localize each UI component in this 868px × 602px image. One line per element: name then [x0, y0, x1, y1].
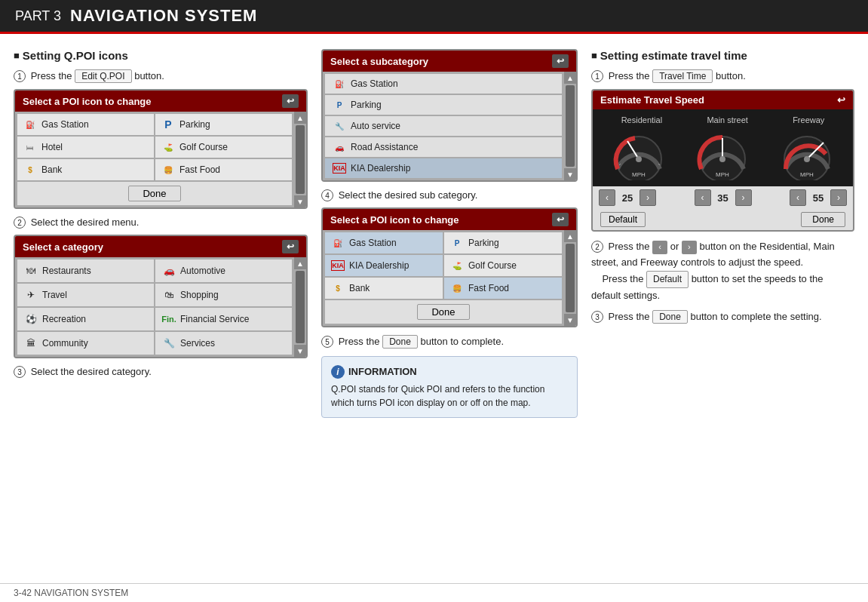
subcategory-list: ⛽ Gas Station P Parking 🔧 Auto service	[323, 72, 564, 180]
poi-hotel[interactable]: 🛏 Hotel	[17, 137, 154, 158]
subcat-scroll-down[interactable]: ▼	[564, 168, 576, 180]
travel-done-row: Default Done	[593, 209, 853, 230]
cat-shopping[interactable]: 🛍 Shopping	[155, 284, 292, 306]
scroll-down-btn[interactable]: ▼	[294, 195, 306, 207]
subcat-kia[interactable]: KIA KIA Dealership	[325, 158, 562, 178]
info-title: i INFORMATION	[331, 364, 568, 379]
poi-parking[interactable]: P Parking	[155, 114, 292, 135]
cat-scroll-up[interactable]: ▲	[294, 257, 306, 269]
poi2-gas[interactable]: ⛽ Gas Station	[325, 232, 443, 253]
subcat-autoservice[interactable]: 🔧 Auto service	[325, 116, 562, 136]
poi-hotel-label: Hotel	[41, 142, 63, 152]
poi2-fastfood[interactable]: 🍔 Fast Food	[444, 278, 562, 299]
done-inline-btn[interactable]: Done	[382, 335, 418, 349]
cat-shopping-label: Shopping	[180, 290, 219, 300]
gauge-mainstreet: MPH	[692, 127, 753, 180]
poi-panel-2-title: Select a POI icon to change	[330, 214, 459, 226]
residential-increase[interactable]: ›	[639, 189, 656, 206]
poi-panel-2-header: Select a POI icon to change ↩	[323, 209, 576, 230]
freeway-ctrl: ‹ 55 ›	[790, 189, 847, 206]
mainstreet-increase[interactable]: ›	[735, 189, 752, 206]
default-inline-btn[interactable]: Default	[646, 271, 689, 288]
hotel-icon: 🛏	[23, 142, 37, 152]
poi2-scroll-up[interactable]: ▲	[564, 230, 576, 242]
subcat-autoservice-label: Auto service	[351, 121, 400, 131]
poi-panel-2-back[interactable]: ↩	[552, 213, 569, 226]
cat-recreation[interactable]: ⚽ Recreation	[17, 308, 154, 330]
poi2-golf-icon: ⛳	[450, 260, 464, 271]
cat-services[interactable]: 🔧 Services	[155, 332, 292, 355]
subcat-roadassist[interactable]: 🚗 Road Assistance	[325, 137, 562, 157]
right-step1-prefix: Press the	[609, 70, 650, 81]
cat-automotive[interactable]: 🚗 Automotive	[155, 260, 292, 282]
poi2-parking[interactable]: P Parking	[444, 232, 562, 253]
mainstreet-ctrl: ‹ 35 ›	[695, 189, 752, 206]
poi2-kia[interactable]: KIA KIA Dealership	[325, 255, 443, 276]
subcat-parking[interactable]: P Parking	[325, 95, 562, 115]
category-panel-body: 🍽 Restaurants 🚗 Automotive ✈ Travel	[15, 257, 306, 357]
cat-community-label: Community	[42, 338, 88, 349]
cat-travel[interactable]: ✈ Travel	[17, 284, 154, 306]
freeway-value: 55	[809, 192, 827, 204]
poi-panel-1-main: ⛽ Gas Station P Parking 🛏 Hotel ⛳	[15, 112, 294, 207]
gauge-mainstreet-svg: MPH	[692, 127, 753, 180]
edit-qpoi-button[interactable]: Edit Q.POI	[75, 69, 131, 83]
fastfood-icon: 🍔	[161, 164, 175, 175]
info-title-text: INFORMATION	[348, 364, 417, 379]
step3-text: 3 Select the desired category.	[14, 366, 308, 378]
default-button[interactable]: Default	[600, 212, 646, 227]
done-travel-inline-btn[interactable]: Done	[652, 310, 688, 324]
residential-decrease[interactable]: ‹	[599, 189, 615, 206]
cat-financial[interactable]: Fin. Financial Service	[155, 308, 292, 330]
cat-scroll-thumb	[296, 271, 305, 343]
financial-icon: Fin.	[161, 312, 176, 326]
cat-scroll-down[interactable]: ▼	[294, 345, 306, 357]
step1-num: 1	[14, 70, 26, 82]
automotive-icon: 🚗	[161, 264, 176, 278]
poi2-parking-icon: P	[450, 238, 464, 248]
poi-fastfood[interactable]: 🍔 Fast Food	[155, 159, 292, 180]
poi2-bank-label: Bank	[349, 283, 370, 293]
restaurants-icon: 🍽	[23, 264, 38, 278]
step5-text: 5 Press the Done button to complete.	[321, 335, 578, 349]
poi2-bank[interactable]: $ Bank	[325, 278, 443, 299]
scroll-up-btn[interactable]: ▲	[294, 112, 306, 124]
travel-speed-back[interactable]: ↩	[837, 94, 845, 106]
poi2-golf[interactable]: ⛳ Golf Course	[444, 255, 562, 276]
left-arrow-icon: ‹	[652, 241, 667, 254]
right-step1-suffix: button.	[716, 70, 746, 81]
poi-parking-label: Parking	[179, 119, 210, 130]
subcategory-panel-back[interactable]: ↩	[552, 54, 569, 68]
services-icon: 🔧	[161, 336, 176, 350]
speed-label-residential: Residential	[621, 115, 662, 124]
poi2-gas-icon: ⛽	[331, 238, 345, 248]
shopping-icon: 🛍	[161, 288, 176, 302]
cat-restaurants[interactable]: 🍽 Restaurants	[17, 260, 154, 282]
travel-done-button[interactable]: Done	[801, 212, 845, 227]
cat-community[interactable]: 🏛 Community	[17, 332, 154, 355]
poi-panel-1-back[interactable]: ↩	[282, 94, 299, 108]
category-panel-back[interactable]: ↩	[282, 240, 299, 253]
poi2-scroll-down[interactable]: ▼	[564, 314, 576, 326]
poi-panel-2-done-btn[interactable]: Done	[417, 304, 469, 320]
step5-num: 5	[321, 336, 333, 348]
subcategory-panel: Select a subcategory ↩ ⛽ Gas Station P P…	[321, 49, 578, 182]
poi-bank[interactable]: $ Bank	[17, 159, 154, 180]
travel-speed-title: Estimate Travel Speed	[600, 94, 704, 106]
gauge-freeway: MPH	[777, 127, 837, 180]
subcat-roadassist-label: Road Assistance	[351, 142, 418, 152]
category-panel: Select a category ↩ 🍽 Restaurants 🚗 Auto…	[14, 235, 308, 358]
part-label: PART 3	[15, 8, 61, 24]
subcat-scroll-up[interactable]: ▲	[564, 72, 576, 84]
freeway-decrease[interactable]: ‹	[790, 189, 806, 206]
poi-golf[interactable]: ⛳ Golf Course	[155, 137, 292, 158]
page-header: PART 3 NAVIGATION SYSTEM	[0, 0, 868, 34]
category-grid: 🍽 Restaurants 🚗 Automotive ✈ Travel	[15, 257, 294, 357]
poi-panel-1-done-btn[interactable]: Done	[128, 186, 180, 201]
mainstreet-decrease[interactable]: ‹	[695, 189, 711, 206]
svg-point-6	[719, 156, 725, 162]
poi-gas-station[interactable]: ⛽ Gas Station	[17, 114, 154, 135]
subcat-gas[interactable]: ⛽ Gas Station	[325, 74, 562, 94]
travel-time-button[interactable]: Travel Time	[652, 69, 713, 83]
freeway-increase[interactable]: ›	[830, 189, 847, 206]
